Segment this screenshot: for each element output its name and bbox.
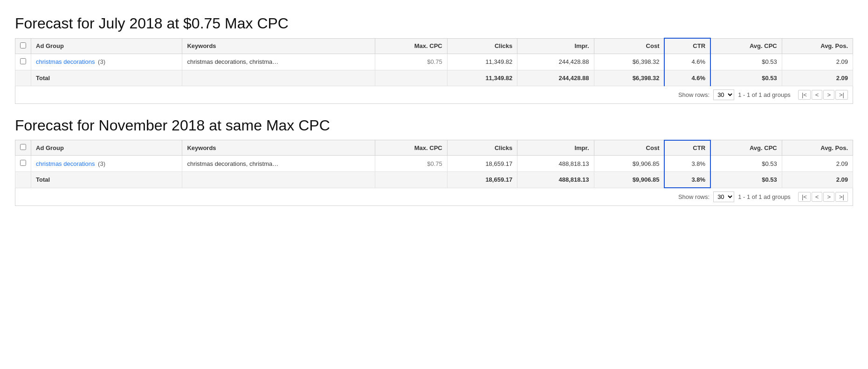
table2-footer-cell: Show rows: 30 1 - 1 of 1 ad groups |< < …	[15, 188, 853, 206]
table1-row0-ctr: 4.6%	[664, 54, 710, 70]
table2-total-keywords	[182, 172, 375, 188]
table1-show-rows-label: Show rows:	[678, 91, 710, 98]
table1-last-page-button[interactable]: >|	[835, 90, 848, 100]
table2-total-row: Total 18,659.17 488,818.13 $9,906.85 3.8…	[15, 172, 853, 188]
table1-header-adgroup: Ad Group	[31, 38, 182, 54]
table1-row0-adgroup[interactable]: christmas decorations (3)	[31, 54, 182, 70]
table2-row0-adgroup-link[interactable]: christmas decorations	[36, 160, 95, 167]
table1-select-all-checkbox[interactable]	[20, 42, 26, 48]
table2-total-avgcpc: $0.53	[710, 172, 782, 188]
table2-header-checkbox[interactable]	[15, 140, 31, 156]
table2-row0-ctr: 3.8%	[664, 156, 710, 172]
table2-row0-avgpos: 2.09	[782, 156, 853, 172]
table2-last-page-button[interactable]: >|	[835, 192, 848, 202]
table1-total-keywords	[182, 70, 375, 86]
table2-total-avgpos: 2.09	[782, 172, 853, 188]
table2-row0-adgroup-count: (3)	[98, 160, 105, 167]
table2-header-ctr: CTR	[664, 140, 710, 156]
table2-total-label: Total	[31, 172, 182, 188]
table2-prev-page-button[interactable]: <	[812, 192, 823, 202]
table2-header-impr: Impr.	[517, 140, 594, 156]
table1-next-page-button[interactable]: >	[823, 90, 834, 100]
table1-row0-adgroup-link[interactable]: christmas decorations	[36, 58, 95, 65]
table1-total-row: Total 11,349.82 244,428.88 $6,398.32 4.6…	[15, 70, 853, 86]
table1-row0-checkbox[interactable]	[15, 54, 31, 70]
table1-total-impr: 244,428.88	[517, 70, 594, 86]
table2-footer: Show rows: 30 1 - 1 of 1 ad groups |< < …	[15, 188, 853, 206]
table2-header-keywords: Keywords	[182, 140, 375, 156]
table2-header-maxcpc: Max. CPC	[375, 140, 448, 156]
table2-total-ctr: 3.8%	[664, 172, 710, 188]
table1-total-cost: $6,398.32	[594, 70, 664, 86]
table2: Ad Group Keywords Max. CPC Clicks Impr. …	[15, 140, 853, 206]
table1-row0-impr: 244,428.88	[517, 54, 594, 70]
table1-row0-maxcpc: $0.75	[375, 54, 448, 70]
table2-row0-adgroup[interactable]: christmas decorations (3)	[31, 156, 182, 172]
table1-row0-check[interactable]	[20, 58, 26, 64]
table1-first-page-button[interactable]: |<	[798, 90, 811, 100]
table1: Ad Group Keywords Max. CPC Clicks Impr. …	[15, 38, 853, 104]
table1-prev-page-button[interactable]: <	[812, 90, 823, 100]
table2-row0-clicks: 18,659.17	[447, 156, 517, 172]
table2-pagination-text: 1 - 1 of 1 ad groups	[738, 193, 791, 200]
table2-row0-cost: $9,906.85	[594, 156, 664, 172]
table2-header-avgpos: Avg. Pos.	[782, 140, 853, 156]
table2-row0-impr: 488,818.13	[517, 156, 594, 172]
table2-pagination: |< < > >|	[798, 192, 848, 202]
table1-total-checkbox	[15, 70, 31, 86]
table1-header-avgpos: Avg. Pos.	[782, 38, 853, 54]
table1-footer-cell: Show rows: 30 1 - 1 of 1 ad groups |< < …	[15, 86, 853, 103]
table1-pagination: |< < > >|	[798, 90, 848, 100]
table1-header-impr: Impr.	[517, 38, 594, 54]
table2-total-impr: 488,818.13	[517, 172, 594, 188]
table2-row0-keywords: christmas decorations, christma…	[182, 156, 375, 172]
table2-row0-avgcpc: $0.53	[710, 156, 782, 172]
table1-header-checkbox[interactable]	[15, 38, 31, 54]
table2-total-maxcpc	[375, 172, 448, 188]
table1-row0-clicks: 11,349.82	[447, 54, 517, 70]
table1-header-maxcpc: Max. CPC	[375, 38, 448, 54]
table2-header-clicks: Clicks	[447, 140, 517, 156]
table2-header-avgcpc: Avg. CPC	[710, 140, 782, 156]
table1-header-avgcpc: Avg. CPC	[710, 38, 782, 54]
table1-footer: Show rows: 30 1 - 1 of 1 ad groups |< < …	[15, 86, 853, 103]
table1-header-keywords: Keywords	[182, 38, 375, 54]
table2-header-cost: Cost	[594, 140, 664, 156]
table2-total-checkbox	[15, 172, 31, 188]
table2-select-all-checkbox[interactable]	[20, 144, 26, 150]
table1-total-avgpos: 2.09	[782, 70, 853, 86]
table2-header-adgroup: Ad Group	[31, 140, 182, 156]
table1-total-ctr: 4.6%	[664, 70, 710, 86]
table1-row-0: christmas decorations (3) christmas deco…	[15, 54, 853, 70]
table2-row0-checkbox[interactable]	[15, 156, 31, 172]
table1-total-clicks: 11,349.82	[447, 70, 517, 86]
table2-next-page-button[interactable]: >	[823, 192, 834, 202]
table1-total-label: Total	[31, 70, 182, 86]
table2-title: Forecast for November 2018 at same Max C…	[15, 117, 853, 134]
table1-title: Forecast for July 2018 at $0.75 Max CPC	[15, 15, 853, 32]
table1-header-clicks: Clicks	[447, 38, 517, 54]
table1-pagination-text: 1 - 1 of 1 ad groups	[738, 91, 791, 98]
table2-first-page-button[interactable]: |<	[798, 192, 811, 202]
table2-row0-maxcpc: $0.75	[375, 156, 448, 172]
table1-rows-select[interactable]: 30	[713, 89, 734, 100]
table1-row0-keywords: christmas decorations, christma…	[182, 54, 375, 70]
table2-total-clicks: 18,659.17	[447, 172, 517, 188]
table1-header-cost: Cost	[594, 38, 664, 54]
table2-rows-select[interactable]: 30	[713, 191, 734, 202]
table2-row-0: christmas decorations (3) christmas deco…	[15, 156, 853, 172]
table1-row0-avgcpc: $0.53	[710, 54, 782, 70]
table1-total-avgcpc: $0.53	[710, 70, 782, 86]
table1-row0-adgroup-count: (3)	[98, 58, 105, 65]
table1-row0-avgpos: 2.09	[782, 54, 853, 70]
table1-header-ctr: CTR	[664, 38, 710, 54]
table2-total-cost: $9,906.85	[594, 172, 664, 188]
table1-total-maxcpc	[375, 70, 448, 86]
table1-row0-cost: $6,398.32	[594, 54, 664, 70]
table2-row0-check[interactable]	[20, 160, 26, 166]
table2-show-rows-label: Show rows:	[678, 193, 710, 200]
